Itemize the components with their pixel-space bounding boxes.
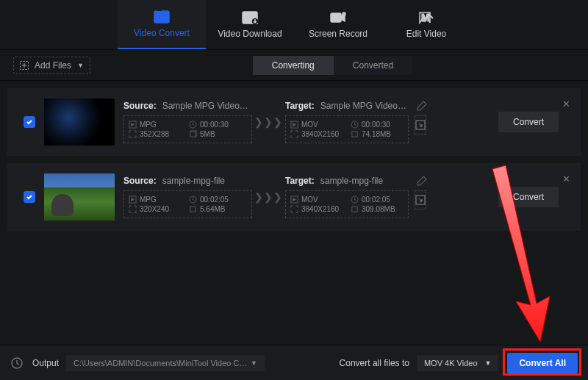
tab-video-convert[interactable]: Video Convert: [118, 0, 206, 49]
nav-label: Video Convert: [134, 28, 190, 38]
nav-label: Screen Record: [309, 29, 368, 39]
check-icon: [26, 193, 33, 201]
video-thumbnail[interactable]: [44, 173, 115, 221]
format-icon: [129, 121, 137, 129]
nav-label: Video Download: [218, 29, 282, 39]
output-path-select[interactable]: C:\Users\ADMIN\Documents\MiniTool Video …: [66, 355, 265, 371]
svg-point-4: [343, 12, 345, 15]
file-row: Source: Sample MPG Video… MPG 00:00:30 3…: [7, 88, 581, 156]
clock-icon: [351, 196, 359, 204]
check-icon: [26, 118, 33, 126]
clock-icon: [351, 121, 359, 129]
tab-edit-video[interactable]: M Edit Video: [382, 0, 470, 49]
remove-file-button[interactable]: ✕: [562, 173, 570, 184]
size-icon: [189, 205, 197, 213]
bottom-bar: Output C:\Users\ADMIN\Documents\MiniTool…: [0, 345, 588, 380]
video-convert-icon: [154, 10, 170, 24]
target-filename: Sample MPG Video…: [320, 101, 421, 111]
video-thumbnail[interactable]: [44, 98, 115, 146]
source-info: Source: Sample MPG Video… MPG 00:00:30 3…: [123, 101, 252, 143]
source-filename: sample-mpg-file: [162, 176, 252, 186]
svg-rect-3: [331, 13, 341, 22]
target-label: Target:: [285, 176, 315, 186]
target-filename: sample-mpg-file: [320, 176, 421, 186]
history-icon[interactable]: [10, 356, 24, 370]
output-path-text: C:\Users\ADMIN\Documents\MiniTool Video …: [74, 359, 251, 368]
target-settings-button[interactable]: [415, 115, 426, 135]
convert-button[interactable]: Convert: [498, 112, 559, 132]
select-checkbox[interactable]: [24, 116, 35, 128]
arrow-separator: ❯❯❯: [252, 116, 285, 128]
tab-converted[interactable]: Converted: [334, 56, 412, 75]
expand-icon: [415, 195, 426, 205]
screen-record-icon: [330, 11, 346, 24]
edit-video-icon: M: [418, 11, 434, 24]
output-format-select[interactable]: MOV 4K Video ▼: [417, 355, 498, 371]
file-row: Source: sample-mpg-file MPG 00:02:05 320…: [7, 163, 581, 231]
format-icon: [290, 196, 298, 204]
add-files-label: Add Files: [35, 60, 71, 71]
target-info: Target: sample-mpg-file MOV 00:02:05 384…: [285, 176, 421, 218]
toolbar: Add Files ▼ Converting Converted: [0, 50, 588, 81]
size-icon: [189, 130, 197, 138]
video-download-icon: [242, 11, 258, 24]
chevron-down-icon: ▼: [251, 359, 257, 367]
convert-all-button[interactable]: Convert All: [507, 353, 578, 373]
tab-video-download[interactable]: Video Download: [206, 0, 294, 49]
source-info: Source: sample-mpg-file MPG 00:02:05 320…: [123, 176, 252, 218]
source-label: Source:: [123, 101, 157, 111]
resolution-icon: [290, 130, 298, 138]
tab-screen-record[interactable]: Screen Record: [294, 0, 382, 49]
status-tabs: Converting Converted: [253, 56, 412, 75]
format-icon: [290, 121, 298, 129]
source-label: Source:: [123, 176, 157, 186]
convert-button[interactable]: Convert: [498, 187, 559, 207]
size-icon: [351, 130, 359, 138]
clock-icon: [189, 121, 197, 129]
target-settings-button[interactable]: [415, 190, 426, 209]
nav-label: Edit Video: [406, 29, 447, 39]
format-icon: [129, 196, 137, 204]
target-label: Target:: [285, 101, 315, 111]
remove-file-button[interactable]: ✕: [562, 98, 570, 110]
convert-all-files-to-label: Convert all files to: [340, 358, 409, 368]
size-icon: [351, 205, 359, 213]
resolution-icon: [290, 205, 298, 213]
chevron-down-icon: ▼: [485, 359, 492, 367]
target-info: Target: Sample MPG Video… MOV 00:00:30 3…: [285, 101, 421, 143]
edit-icon[interactable]: [417, 176, 427, 186]
clock-icon: [189, 196, 197, 204]
svg-text:M: M: [421, 12, 430, 24]
output-label: Output: [32, 358, 59, 368]
add-files-button[interactable]: Add Files ▼: [13, 57, 90, 74]
select-checkbox[interactable]: [24, 191, 35, 203]
resolution-icon: [129, 205, 137, 213]
arrow-separator: ❯❯❯: [252, 191, 285, 203]
plus-icon: [20, 61, 29, 70]
resolution-icon: [129, 130, 137, 138]
edit-icon[interactable]: [417, 101, 427, 111]
tab-converting[interactable]: Converting: [253, 56, 334, 75]
format-selected-text: MOV 4K Video: [424, 359, 478, 368]
file-list: Source: Sample MPG Video… MPG 00:00:30 3…: [0, 81, 588, 345]
expand-icon: [415, 120, 426, 130]
source-filename: Sample MPG Video…: [162, 101, 252, 111]
top-nav: Video Convert Video Download Screen Reco…: [0, 0, 588, 50]
chevron-down-icon: ▼: [77, 62, 84, 69]
